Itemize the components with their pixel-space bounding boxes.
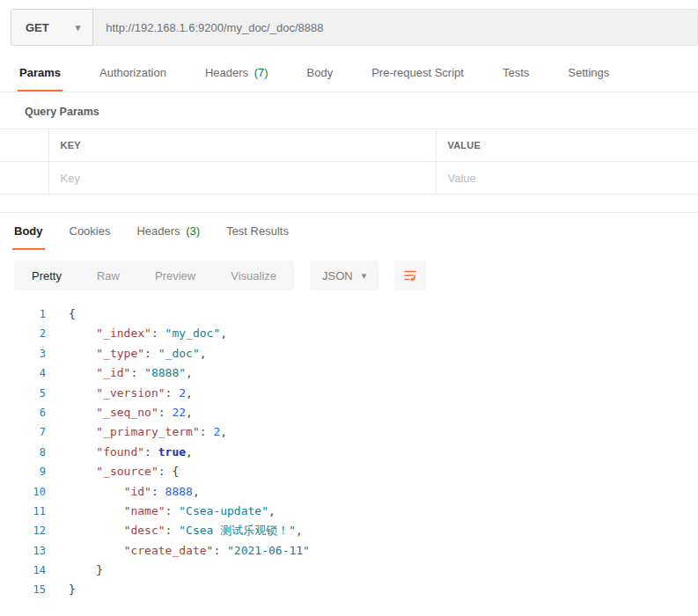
query-params-title: Query Params xyxy=(25,106,698,118)
code-line: 6 "_seq_no": 22, xyxy=(0,403,698,422)
line-number: 8 xyxy=(0,443,46,462)
params-table: KEY VALUE xyxy=(0,128,698,194)
code-text: "id": 8888, xyxy=(46,482,200,502)
tab-preview[interactable]: Preview xyxy=(137,260,213,290)
tab-label: Body xyxy=(14,224,43,238)
tab-authorization[interactable]: Authorization xyxy=(98,56,168,92)
method-label: GET xyxy=(26,21,49,34)
code-text: "_version": 2, xyxy=(46,384,193,403)
code-line: 2 "_index": "my_doc", xyxy=(0,324,698,343)
line-number: 4 xyxy=(0,363,46,383)
value-input[interactable] xyxy=(437,162,698,194)
code-text: } xyxy=(46,580,76,599)
wrap-text-button[interactable] xyxy=(394,260,426,290)
tab-count: (3) xyxy=(186,224,200,238)
key-column-header: KEY xyxy=(48,129,436,162)
code-line: 11 "name": "Csea-update", xyxy=(0,502,698,521)
code-text: "found": true, xyxy=(46,443,193,462)
line-number: 10 xyxy=(0,482,46,502)
tab-label: Test Results xyxy=(226,224,289,238)
code-text: "_index": "my_doc", xyxy=(46,324,227,343)
param-key-cell xyxy=(48,162,436,194)
response-view-bar: Pretty Raw Preview Visualize JSON ▾ xyxy=(14,260,698,290)
code-text: } xyxy=(46,561,103,580)
line-number: 14 xyxy=(0,561,46,580)
code-line: 10 "id": 8888, xyxy=(0,482,698,502)
line-number: 11 xyxy=(0,502,46,521)
tab-cookies[interactable]: Cookies xyxy=(68,215,113,250)
code-text: "create_date": "2021-06-11" xyxy=(46,541,310,561)
tab-pre-request-script[interactable]: Pre-request Script xyxy=(370,56,466,92)
tab-response-headers[interactable]: Headers (3) xyxy=(135,215,202,250)
tab-visualize[interactable]: Visualize xyxy=(213,260,294,290)
wrap-text-icon xyxy=(403,268,417,282)
tab-label: Authorization xyxy=(99,66,166,79)
line-number: 13 xyxy=(0,541,46,561)
line-number: 6 xyxy=(0,403,46,422)
line-number: 12 xyxy=(0,521,46,540)
tab-body[interactable]: Body xyxy=(305,56,335,92)
line-number: 3 xyxy=(0,344,46,363)
method-dropdown[interactable]: GET ▾ xyxy=(11,9,93,46)
tab-count: (7) xyxy=(254,66,268,79)
code-text: "_seq_no": 22, xyxy=(46,403,193,422)
code-line: 9 "_source": { xyxy=(0,462,698,481)
tab-settings[interactable]: Settings xyxy=(566,56,611,92)
key-input[interactable] xyxy=(49,162,436,194)
url-input[interactable] xyxy=(93,9,698,46)
tab-label: Settings xyxy=(568,66,609,79)
code-text: "_primary_term": 2, xyxy=(46,422,227,442)
param-row-gutter xyxy=(0,162,48,194)
tab-headers[interactable]: Headers (7) xyxy=(203,56,270,92)
tab-label: Headers xyxy=(205,66,248,79)
params-header-row: KEY VALUE xyxy=(0,129,698,162)
format-dropdown[interactable]: JSON ▾ xyxy=(310,260,378,290)
tab-label: Tests xyxy=(503,66,529,79)
line-number: 7 xyxy=(0,422,46,442)
tab-params[interactable]: Params xyxy=(18,56,62,92)
line-number: 1 xyxy=(0,304,46,324)
code-line: 13 "create_date": "2021-06-11" xyxy=(0,541,698,561)
code-line: 1{ xyxy=(0,304,698,324)
tab-response-body[interactable]: Body xyxy=(12,215,45,250)
param-row xyxy=(0,162,698,194)
tab-label: Cookies xyxy=(70,224,111,238)
code-line: 14 } xyxy=(0,561,698,580)
code-line: 15} xyxy=(0,580,698,599)
tab-label: Body xyxy=(307,66,334,79)
code-text: { xyxy=(46,304,76,324)
chevron-down-icon: ▾ xyxy=(362,270,367,282)
param-value-cell xyxy=(436,162,698,194)
tab-label: Params xyxy=(19,66,61,79)
line-number: 15 xyxy=(0,580,46,599)
line-number: 5 xyxy=(0,384,46,403)
format-label: JSON xyxy=(322,269,353,282)
code-text: "_source": { xyxy=(46,462,179,481)
code-line: 3 "_type": "_doc", xyxy=(0,344,698,363)
tab-tests[interactable]: Tests xyxy=(501,56,531,92)
code-line: 8 "found": true, xyxy=(0,443,698,462)
tab-label: Headers xyxy=(136,224,180,238)
chevron-down-icon: ▾ xyxy=(76,22,81,33)
response-view-switcher: Pretty Raw Preview Visualize xyxy=(14,260,294,290)
code-text: "_type": "_doc", xyxy=(46,344,207,363)
response-body-json: 1{2 "_index": "my_doc",3 "_type": "_doc"… xyxy=(0,304,698,600)
line-number: 2 xyxy=(0,324,46,343)
code-text: "desc": "Csea 测试乐观锁！", xyxy=(46,521,303,540)
code-lines: 1{2 "_index": "my_doc",3 "_type": "_doc"… xyxy=(0,304,698,600)
value-column-header: VALUE xyxy=(436,129,698,162)
code-text: "name": "Csea-update", xyxy=(46,502,276,521)
tab-test-results[interactable]: Test Results xyxy=(224,215,290,250)
code-line: 5 "_version": 2, xyxy=(0,384,698,403)
tab-label: Pre-request Script xyxy=(371,66,464,79)
code-line: 4 "_id": "8888", xyxy=(0,363,698,383)
response-section: Body Cookies Headers (3) Test Results Pr… xyxy=(0,212,698,600)
line-number: 9 xyxy=(0,462,46,481)
tab-raw[interactable]: Raw xyxy=(79,260,137,290)
code-text: "_id": "8888", xyxy=(46,363,193,383)
request-tabs: Params Authorization Headers (7) Body Pr… xyxy=(0,56,698,92)
request-url-bar: GET ▾ xyxy=(11,9,698,46)
param-row-gutter xyxy=(0,129,48,162)
tab-pretty[interactable]: Pretty xyxy=(14,260,79,290)
code-line: 7 "_primary_term": 2, xyxy=(0,422,698,442)
